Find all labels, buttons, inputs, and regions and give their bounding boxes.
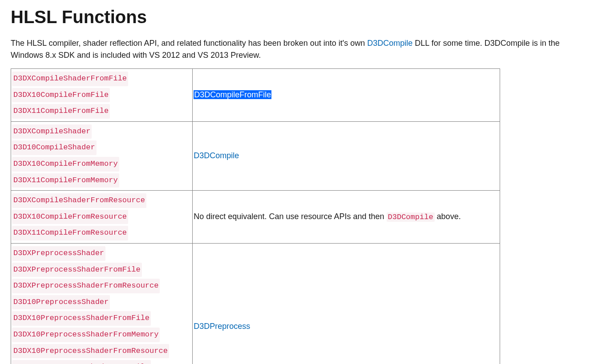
intro-link-d3dcompile[interactable]: D3DCompile xyxy=(367,39,412,48)
page-title: HLSL Functions xyxy=(11,4,583,30)
legacy-function: D3DX10PreprocessShaderFromFile xyxy=(12,311,151,326)
table-row: D3DXCompileShaderD3D10CompileShaderD3DX1… xyxy=(11,121,500,190)
legacy-function: D3DX11PreprocessShaderFromFile xyxy=(12,360,151,364)
legacy-function: D3DXPreprocessShaderFromResource xyxy=(12,279,160,293)
legacy-function: D3DX10CompileFromResource xyxy=(12,210,128,224)
replacement-cell: D3DCompileFromFile xyxy=(193,69,500,122)
replacement-link[interactable]: D3DCompile xyxy=(194,151,239,160)
replacement-cell: D3DCompile xyxy=(193,121,500,190)
legacy-function: D3DXPreprocessShader xyxy=(12,246,105,261)
legacy-function: D3D10PreprocessShader xyxy=(12,295,110,310)
replacement-text: above. xyxy=(435,212,461,221)
legacy-function: D3D10CompileShader xyxy=(12,140,97,155)
legacy-function: D3DXCompileShaderFromFile xyxy=(12,72,128,86)
function-table: D3DXCompileShaderFromFileD3DX10CompileFr… xyxy=(11,68,500,364)
legacy-function: D3DX11CompileFromResource xyxy=(12,226,128,240)
intro-text-pre: The HLSL compiler, shader reflection API… xyxy=(11,39,367,48)
legacy-functions-cell: D3DXCompileShaderFromFileD3DX10CompileFr… xyxy=(11,69,193,122)
replacement-link[interactable]: D3DPreprocess xyxy=(194,322,250,331)
replacement-cell: D3DPreprocess xyxy=(193,243,500,364)
legacy-function: D3DX10PreprocessShaderFromResource xyxy=(12,344,169,359)
replacement-cell: No direct equivalent. Can use resource A… xyxy=(193,191,500,244)
legacy-functions-cell: D3DXPreprocessShaderD3DXPreprocessShader… xyxy=(11,243,193,364)
table-row: D3DXCompileShaderFromResourceD3DX10Compi… xyxy=(11,191,500,244)
legacy-function: D3DXPreprocessShaderFromFile xyxy=(12,263,142,277)
legacy-function: D3DX10CompileFromFile xyxy=(12,88,110,103)
replacement-link[interactable]: D3DCompileFromFile xyxy=(194,90,271,99)
table-row: D3DXPreprocessShaderD3DXPreprocessShader… xyxy=(11,243,500,364)
replacement-code: D3DCompile xyxy=(387,212,435,222)
legacy-function: D3DX11CompileFromFile xyxy=(12,104,110,119)
legacy-functions-cell: D3DXCompileShaderFromResourceD3DX10Compi… xyxy=(11,191,193,244)
legacy-function: D3DX11CompileFromMemory xyxy=(12,173,119,188)
legacy-function: D3DX10CompileFromMemory xyxy=(12,157,119,172)
legacy-function: D3DXCompileShader xyxy=(12,124,92,139)
legacy-functions-cell: D3DXCompileShaderD3D10CompileShaderD3DX1… xyxy=(11,121,193,190)
legacy-function: D3DX10PreprocessShaderFromMemory xyxy=(12,328,160,342)
intro-paragraph: The HLSL compiler, shader reflection API… xyxy=(11,37,583,61)
replacement-text: No direct equivalent. Can use resource A… xyxy=(194,212,386,221)
table-row: D3DXCompileShaderFromFileD3DX10CompileFr… xyxy=(11,69,500,122)
legacy-function: D3DXCompileShaderFromResource xyxy=(12,193,146,208)
